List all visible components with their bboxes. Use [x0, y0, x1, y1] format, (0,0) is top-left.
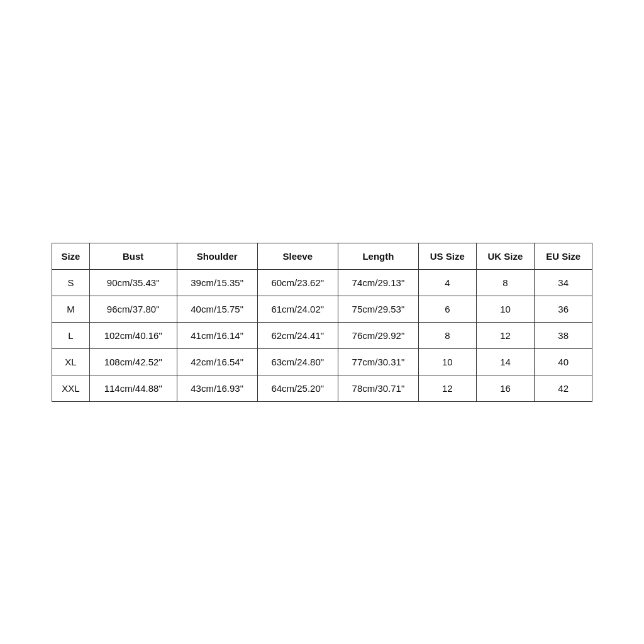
cell-eu-size: 34	[535, 269, 592, 296]
size-chart-container: Size Bust Shoulder Sleeve Length US Size…	[52, 243, 592, 402]
cell-size: L	[52, 322, 90, 348]
cell-bust: 108cm/42.52"	[89, 348, 177, 375]
cell-eu-size: 38	[535, 322, 592, 348]
cell-uk-size: 10	[476, 296, 535, 322]
cell-sleeve: 63cm/24.80"	[257, 348, 338, 375]
cell-shoulder: 40cm/15.75"	[177, 296, 257, 322]
cell-eu-size: 36	[535, 296, 592, 322]
cell-us-size: 10	[418, 348, 476, 375]
cell-us-size: 8	[418, 322, 476, 348]
cell-size: M	[52, 296, 90, 322]
header-shoulder: Shoulder	[177, 243, 257, 269]
cell-length: 77cm/30.31"	[338, 348, 418, 375]
cell-length: 74cm/29.13"	[338, 269, 418, 296]
table-row: XXL114cm/44.88"43cm/16.93"64cm/25.20"78c…	[52, 375, 592, 401]
cell-uk-size: 16	[476, 375, 535, 401]
cell-size: XL	[52, 348, 90, 375]
table-row: S90cm/35.43"39cm/15.35"60cm/23.62"74cm/2…	[52, 269, 592, 296]
header-size: Size	[52, 243, 90, 269]
table-row: XL108cm/42.52"42cm/16.54"63cm/24.80"77cm…	[52, 348, 592, 375]
cell-length: 76cm/29.92"	[338, 322, 418, 348]
header-us-size: US Size	[418, 243, 476, 269]
cell-bust: 102cm/40.16"	[89, 322, 177, 348]
cell-size: S	[52, 269, 90, 296]
table-row: M96cm/37.80"40cm/15.75"61cm/24.02"75cm/2…	[52, 296, 592, 322]
table-header-row: Size Bust Shoulder Sleeve Length US Size…	[52, 243, 592, 269]
header-bust: Bust	[89, 243, 177, 269]
cell-uk-size: 8	[476, 269, 535, 296]
cell-shoulder: 39cm/15.35"	[177, 269, 257, 296]
header-eu-size: EU Size	[535, 243, 592, 269]
cell-us-size: 4	[418, 269, 476, 296]
cell-uk-size: 14	[476, 348, 535, 375]
cell-bust: 96cm/37.80"	[89, 296, 177, 322]
cell-shoulder: 42cm/16.54"	[177, 348, 257, 375]
cell-eu-size: 40	[535, 348, 592, 375]
cell-sleeve: 64cm/25.20"	[257, 375, 338, 401]
cell-sleeve: 61cm/24.02"	[257, 296, 338, 322]
table-row: L102cm/40.16"41cm/16.14"62cm/24.41"76cm/…	[52, 322, 592, 348]
cell-sleeve: 62cm/24.41"	[257, 322, 338, 348]
cell-bust: 90cm/35.43"	[89, 269, 177, 296]
cell-uk-size: 12	[476, 322, 535, 348]
cell-us-size: 6	[418, 296, 476, 322]
header-sleeve: Sleeve	[257, 243, 338, 269]
size-chart-table: Size Bust Shoulder Sleeve Length US Size…	[52, 243, 592, 402]
cell-sleeve: 60cm/23.62"	[257, 269, 338, 296]
cell-shoulder: 41cm/16.14"	[177, 322, 257, 348]
cell-eu-size: 42	[535, 375, 592, 401]
cell-us-size: 12	[418, 375, 476, 401]
cell-length: 78cm/30.71"	[338, 375, 418, 401]
header-uk-size: UK Size	[476, 243, 535, 269]
cell-shoulder: 43cm/16.93"	[177, 375, 257, 401]
cell-bust: 114cm/44.88"	[89, 375, 177, 401]
cell-length: 75cm/29.53"	[338, 296, 418, 322]
cell-size: XXL	[52, 375, 90, 401]
header-length: Length	[338, 243, 418, 269]
